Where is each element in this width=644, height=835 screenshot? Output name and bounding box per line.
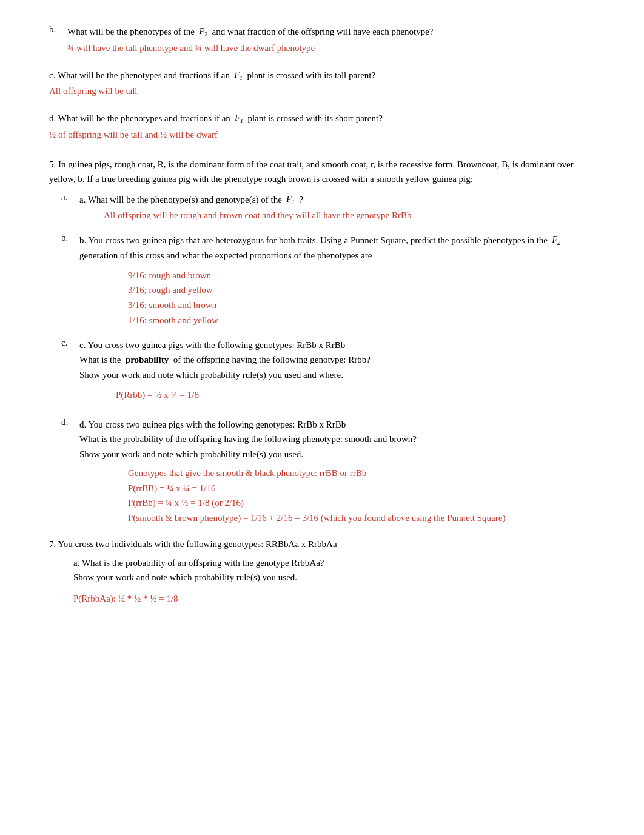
5b-text: b. You cross two guinea pigs that are he… — [79, 233, 595, 263]
q5a-question2-text: ? — [299, 195, 303, 204]
q7a-answer: P(RrbbAa): ½ * ½ * ½ = 1/8 — [73, 591, 595, 606]
q7-question: 7. You cross two individuals with the fo… — [49, 537, 595, 552]
q5d-question3: Show your work and note which probabilit… — [79, 447, 595, 462]
section-c: c. What will be the phenotypes and fract… — [49, 68, 595, 99]
content-5b: b. You cross two guinea pigs that are he… — [79, 233, 595, 328]
section-d: d. What will be the phenotypes and fract… — [49, 111, 595, 143]
q5-intro: 5. In guinea pigs, rough coat, R, is the… — [49, 157, 595, 186]
label-5d: d. — [61, 417, 79, 428]
q5b-question2-text: generation of this cross and what the ex… — [79, 250, 372, 260]
q7a-question1: a. What is the probability of an offspri… — [73, 555, 595, 571]
content-b: What will be the phenotypes of the F2 an… — [67, 24, 595, 56]
label-5a: a. — [61, 192, 79, 203]
q5b-answer2: 3/16; rough and yellow — [128, 283, 595, 298]
q7a-question2: Show your work and note which probabilit… — [73, 570, 595, 585]
q5c-q3-text: of the offspring having the following ge… — [173, 355, 371, 364]
sub-question-5d: d. d. You cross two guinea pigs with the… — [61, 417, 595, 526]
b-question2-text: and what fraction of the offspring will … — [212, 27, 434, 36]
q5a-answer: All offspring will be rough and brown co… — [104, 208, 595, 223]
q5a-question-text: a. What will be the phenotype(s) and gen… — [79, 195, 282, 204]
label-5c: c. — [61, 338, 79, 348]
page-content: b. What will be the phenotypes of the F2… — [49, 24, 595, 606]
q5b-answer3: 3/16; smooth and brown — [128, 298, 595, 313]
q5c-question1: c. You cross two guinea pigs with the fo… — [79, 338, 595, 353]
f2-notation-b: F2 — [199, 27, 207, 38]
sub-question-b: b. What will be the phenotypes of the F2… — [49, 24, 595, 56]
label-b: b. — [49, 24, 67, 35]
section-5: 5. In guinea pigs, rough coat, R, is the… — [49, 157, 595, 526]
section-b: b. What will be the phenotypes of the F2… — [49, 24, 595, 143]
q5c-bold: probability — [126, 355, 169, 364]
section-7: 7. You cross two individuals with the fo… — [49, 537, 595, 606]
q5b-answer4: 1/16: smooth and yellow — [128, 313, 595, 328]
c-text: c. What will be the phenotypes and fract… — [49, 68, 595, 83]
c-answer: All offspring will be tall — [49, 84, 595, 99]
label-5b: b. — [61, 233, 79, 243]
content-5d: d. You cross two guinea pigs with the fo… — [79, 417, 595, 526]
b-text: What will be the phenotypes of the F2 an… — [67, 24, 595, 39]
c-question-text: c. What will be the phenotypes and fract… — [49, 70, 230, 80]
q5b-answer1: 9/16: rough and brown — [128, 268, 595, 283]
f1-notation-5a: F1 — [286, 195, 295, 206]
q5c-question2-line: What is the probability of the offspring… — [79, 352, 595, 367]
5b-answers: 9/16: rough and brown 3/16; rough and ye… — [128, 268, 595, 328]
q5d-answer2: P(rrBB) = ¼ x ¼ = 1/16 — [128, 481, 595, 496]
q5c-question4: Show your work and note which probabilit… — [79, 367, 595, 383]
b-answer: ¾ will have the tall phenotype and ¼ wil… — [67, 41, 595, 56]
sub-question-5b: b. b. You cross two guinea pigs that are… — [61, 233, 595, 328]
b-question-text: What will be the phenotypes of the — [67, 27, 195, 36]
q7a-block: a. What is the probability of an offspri… — [73, 555, 595, 606]
q5d-answer1: Genotypes that give the smooth & black p… — [128, 466, 595, 481]
5a-text: a. What will be the phenotype(s) and gen… — [79, 192, 595, 207]
content-5a: a. What will be the phenotype(s) and gen… — [79, 192, 595, 224]
content-5c: c. You cross two guinea pigs with the fo… — [79, 338, 595, 403]
q5d-question2: What is the probability of the offspring… — [79, 432, 595, 447]
q5d-question1: d. You cross two guinea pigs with the fo… — [79, 417, 595, 432]
d-question-text: d. What will be the phenotypes and fract… — [49, 113, 230, 123]
f2-notation-5b: F2 — [552, 236, 560, 246]
sub-question-5c: c. c. You cross two guinea pigs with the… — [61, 338, 595, 403]
f1-notation-c: F1 — [234, 71, 243, 81]
5d-answers: Genotypes that give the smooth & black p… — [128, 466, 595, 526]
q5b-question-text: b. You cross two guinea pigs that are he… — [79, 235, 548, 245]
d-answer: ½ of offspring will be tall and ½ will b… — [49, 127, 595, 143]
d-text: d. What will be the phenotypes and fract… — [49, 111, 595, 126]
f1-notation-d: F1 — [235, 114, 243, 124]
q5c-q2-text: What is the — [79, 355, 121, 364]
d-question2-text: plant is crossed with its short parent? — [247, 113, 382, 123]
q5d-answer3: P(rrBb) = ¼ x ½ = 1/8 (or 2/16) — [128, 495, 595, 511]
q5c-answer: P(Rrbb) = ½ x ¼ = 1/8 — [116, 387, 595, 403]
q5d-answer4: P(smooth & brown phenotype) = 1/16 + 2/1… — [128, 511, 595, 526]
sub-question-5a: a. a. What will be the phenotype(s) and … — [61, 192, 595, 224]
c-question2-text: plant is crossed with its tall parent? — [247, 70, 376, 80]
